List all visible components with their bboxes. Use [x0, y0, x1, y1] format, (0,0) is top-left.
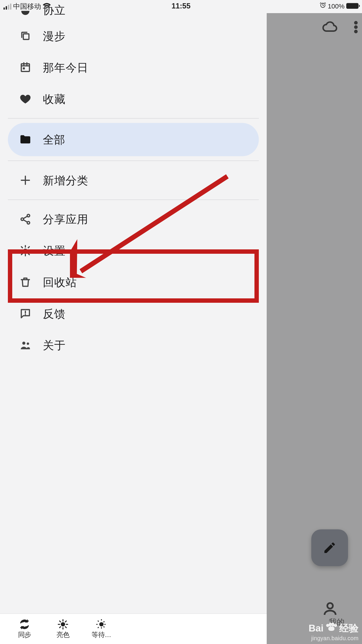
drawer-item-label: 漫步 [43, 29, 66, 43]
alarm-icon [319, 2, 326, 10]
status-bar: 中国移动 11:55 100% [0, 0, 362, 13]
paw-icon [326, 623, 337, 631]
drawer-item-label: 分享应用 [43, 212, 88, 227]
calendar-icon [17, 61, 33, 74]
svg-point-11 [22, 342, 26, 345]
status-time: 11:55 [171, 2, 190, 10]
watermark-url: jingyan.baidu.com [309, 635, 359, 642]
svg-point-14 [100, 622, 103, 626]
drawer-item-settings[interactable]: 设置 [0, 235, 267, 267]
watermark: Bai 经验 jingyan.baidu.com [309, 622, 359, 642]
drawer-item-label: 那年今日 [43, 60, 88, 75]
drawer-item-walk[interactable]: 漫步 [0, 20, 267, 52]
svg-rect-5 [21, 64, 29, 71]
bottom-label: 亮色 [57, 631, 70, 639]
heart-icon [17, 93, 33, 105]
svg-rect-4 [23, 34, 29, 39]
drawer-item-label: 收藏 [43, 92, 66, 106]
drawer-item-add-category[interactable]: 新增分类 [0, 164, 267, 196]
svg-point-13 [61, 622, 65, 626]
battery-icon [346, 3, 359, 9]
bottom-label: 同步 [18, 631, 31, 639]
drawer-item-all-selected[interactable]: 全部 [8, 123, 259, 156]
feedback-icon [17, 308, 33, 320]
wifi-icon [43, 2, 51, 11]
bottom-sync-button[interactable]: 同步 [10, 619, 39, 639]
divider [8, 118, 259, 119]
divider [8, 161, 259, 161]
watermark-brand-prefix: Bai [309, 623, 324, 634]
plus-icon [17, 174, 33, 186]
svg-point-10 [24, 249, 27, 252]
drawer-item-about[interactable]: 关于 [0, 330, 267, 361]
dim-overlay[interactable] [267, 13, 362, 644]
divider [8, 200, 259, 200]
navigation-drawer: 协立 漫步 那年今日 收藏 [0, 0, 267, 644]
drawer-item-thatday[interactable]: 那年今日 [0, 52, 267, 83]
drawer-item-label: 设置 [43, 244, 66, 258]
drawer-item-label: 全部 [43, 132, 65, 147]
drawer-item-label: 回收站 [43, 275, 77, 290]
drawer-item-share[interactable]: 分享应用 [0, 204, 267, 235]
trash-icon [17, 276, 33, 288]
drawer-item-label: 反馈 [43, 307, 66, 321]
svg-point-12 [27, 342, 29, 345]
people-icon [17, 339, 33, 351]
drawer-item-recycle[interactable]: 回收站 [0, 267, 267, 298]
bottom-label: 等待… [92, 631, 111, 639]
drawer-item-label: 关于 [43, 338, 66, 353]
share-icon [17, 213, 33, 225]
drawer-item-label: 新增分类 [43, 173, 88, 188]
signal-icon [3, 4, 11, 10]
gear-icon [17, 245, 33, 257]
drawer-item-favorites[interactable]: 收藏 [0, 83, 267, 115]
carrier-label: 中国移动 [13, 2, 41, 11]
svg-rect-6 [23, 67, 25, 69]
battery-percent: 100% [328, 2, 345, 10]
drawer-item-feedback[interactable]: 反馈 [0, 298, 267, 330]
drawer-bottom-bar: 同步 亮色 等待… [0, 613, 267, 644]
copy-icon [17, 30, 33, 42]
bottom-wait-button[interactable]: 等待… [87, 619, 116, 639]
folder-icon [17, 133, 33, 146]
watermark-brand-suffix: 经验 [339, 622, 359, 635]
bottom-theme-button[interactable]: 亮色 [48, 619, 78, 639]
